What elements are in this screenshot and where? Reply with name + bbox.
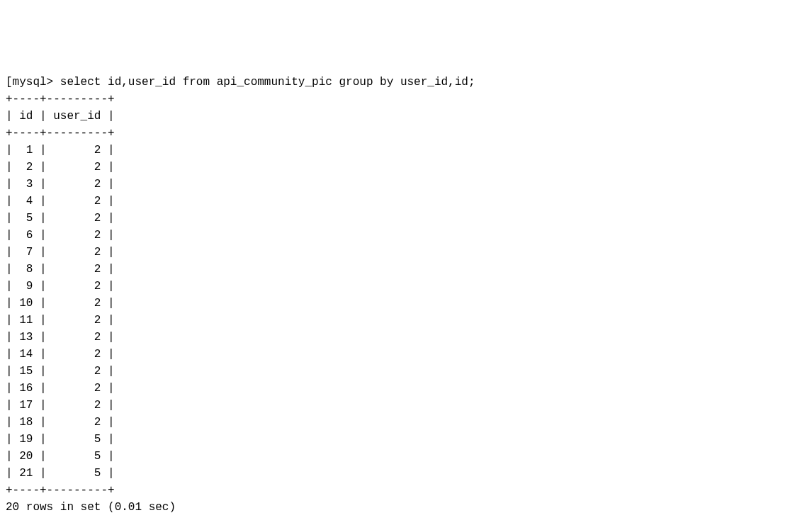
result-footer: 20 rows in set (0.01 sec): [6, 501, 176, 514]
mysql-prompt: [mysql>: [6, 76, 60, 89]
table-border-mid: +----+---------+: [6, 127, 115, 140]
table-header: | id | user_id |: [6, 110, 115, 123]
mysql-terminal[interactable]: [mysql> select id,user_id from api_commu…: [6, 74, 806, 516]
table-border-bottom: +----+---------+: [6, 484, 115, 497]
table-border-top: +----+---------+: [6, 93, 115, 106]
table-body: | 1 | 2 | | 2 | 2 | | 3 | 2 | | 4 | 2 | …: [6, 144, 115, 480]
sql-query: select id,user_id from api_community_pic…: [60, 76, 475, 89]
